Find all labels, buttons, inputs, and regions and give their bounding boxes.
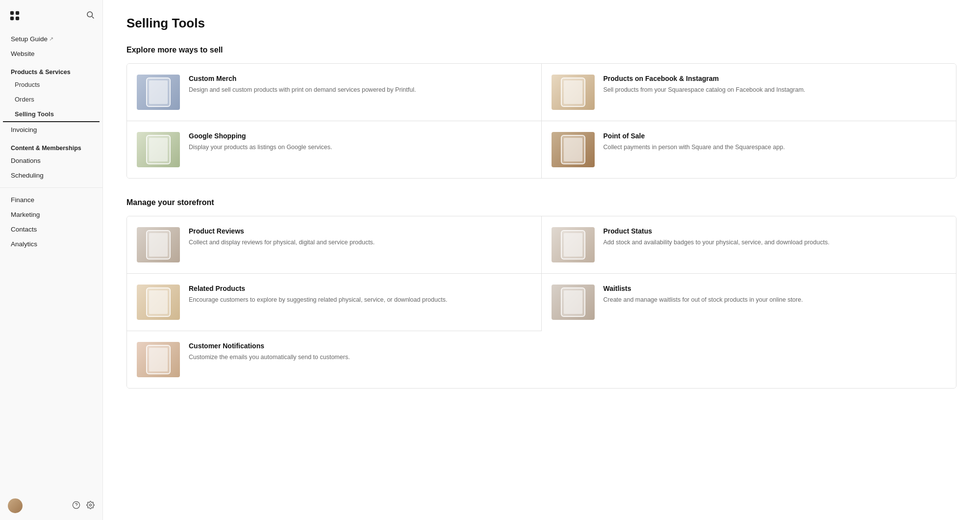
card-content-product-status: Product Status Add stock and availabilit… <box>603 227 947 247</box>
sidebar-item-selling-tools[interactable]: Selling Tools <box>3 107 100 122</box>
card-point-of-sale[interactable]: Point of Sale Collect payments in person… <box>542 121 956 178</box>
card-content-google-shopping: Google Shopping Display your products as… <box>189 132 531 152</box>
card-title-point-of-sale: Point of Sale <box>603 132 947 140</box>
card-content-fb-instagram: Products on Facebook & Instagram Sell pr… <box>603 75 947 95</box>
card-fb-instagram[interactable]: Products on Facebook & Instagram Sell pr… <box>542 64 956 121</box>
sidebar-item-products[interactable]: Products <box>3 78 100 92</box>
card-img-waitlists <box>552 285 595 320</box>
sidebar-item-website[interactable]: Website <box>3 47 100 61</box>
bottom-icons <box>72 501 95 511</box>
squarespace-logo[interactable] <box>8 9 22 23</box>
card-img-related-products <box>137 285 180 320</box>
card-google-shopping[interactable]: Google Shopping Display your products as… <box>127 121 542 178</box>
card-waitlists[interactable]: Waitlists Create and manage waitlists fo… <box>542 274 956 331</box>
sidebar-item-donations[interactable]: Donations <box>3 154 100 168</box>
sidebar-item-invoicing[interactable]: Invoicing <box>3 123 100 137</box>
card-product-status[interactable]: Product Status Add stock and availabilit… <box>542 216 956 274</box>
sidebar-item-marketing[interactable]: Marketing <box>3 208 100 222</box>
card-product-reviews[interactable]: Product Reviews Collect and display revi… <box>127 216 542 274</box>
card-title-product-reviews: Product Reviews <box>189 227 531 235</box>
card-content-point-of-sale: Point of Sale Collect payments in person… <box>603 132 947 152</box>
card-img-product-reviews <box>137 227 180 262</box>
avatar[interactable] <box>8 498 23 513</box>
svg-point-4 <box>87 12 93 17</box>
card-desc-waitlists: Create and manage waitlists for out of s… <box>603 295 947 305</box>
card-desc-fb-instagram: Sell products from your Squarespace cata… <box>603 85 947 95</box>
sidebar-item-setup-guide[interactable]: Setup Guide ↗ <box>3 32 100 46</box>
card-title-customer-notifications: Customer Notifications <box>189 342 946 350</box>
card-related-products[interactable]: Related Products Encourage customers to … <box>127 274 542 331</box>
help-icon[interactable] <box>72 501 80 511</box>
main-content: Selling Tools Explore more ways to sell … <box>103 0 980 520</box>
section-manage-title: Manage your storefront <box>126 198 956 207</box>
card-img-custom-merch <box>137 75 180 110</box>
sidebar-nav: Setup Guide ↗ Website Products & Service… <box>0 27 102 492</box>
svg-rect-2 <box>10 17 14 20</box>
sidebar-item-analytics[interactable]: Analytics <box>3 237 100 251</box>
card-content-product-reviews: Product Reviews Collect and display revi… <box>189 227 531 247</box>
sidebar-item-finance[interactable]: Finance <box>3 193 100 207</box>
card-desc-customer-notifications: Customize the emails you automatically s… <box>189 353 946 362</box>
card-title-related-products: Related Products <box>189 285 531 292</box>
svg-point-8 <box>89 504 91 506</box>
card-custom-merch[interactable]: Custom Merch Design and sell custom prod… <box>127 64 542 121</box>
card-content-custom-merch: Custom Merch Design and sell custom prod… <box>189 75 531 95</box>
nav-divider <box>0 187 102 188</box>
sidebar-item-content-memberships[interactable]: Content & Memberships <box>3 142 100 153</box>
card-desc-product-reviews: Collect and display reviews for physical… <box>189 238 531 247</box>
svg-rect-0 <box>10 11 14 15</box>
manage-cards-grid: Product Reviews Collect and display revi… <box>126 216 956 389</box>
svg-point-6 <box>73 501 79 508</box>
sidebar-top <box>0 0 102 27</box>
svg-rect-1 <box>16 11 19 15</box>
svg-line-5 <box>92 17 94 19</box>
card-title-fb-instagram: Products on Facebook & Instagram <box>603 75 947 82</box>
card-img-product-status <box>552 227 595 262</box>
card-desc-google-shopping: Display your products as listings on Goo… <box>189 143 531 152</box>
sidebar-item-orders[interactable]: Orders <box>3 92 100 106</box>
card-desc-custom-merch: Design and sell custom products with pri… <box>189 85 531 95</box>
card-title-waitlists: Waitlists <box>603 285 947 292</box>
sidebar-item-products-services[interactable]: Products & Services <box>3 66 100 77</box>
card-title-product-status: Product Status <box>603 227 947 235</box>
sidebar: Setup Guide ↗ Website Products & Service… <box>0 0 103 520</box>
search-icon[interactable] <box>86 10 95 21</box>
section-explore-title: Explore more ways to sell <box>126 46 956 54</box>
card-img-google-shopping <box>137 132 180 167</box>
card-customer-notifications[interactable]: Customer Notifications Customize the ema… <box>127 331 956 388</box>
card-title-custom-merch: Custom Merch <box>189 75 531 82</box>
page-title: Selling Tools <box>126 16 956 31</box>
external-link-icon: ↗ <box>49 36 53 42</box>
card-content-related-products: Related Products Encourage customers to … <box>189 285 531 305</box>
settings-icon[interactable] <box>86 501 95 511</box>
card-title-google-shopping: Google Shopping <box>189 132 531 140</box>
card-desc-point-of-sale: Collect payments in person with Square a… <box>603 143 947 152</box>
sidebar-bottom <box>0 492 102 520</box>
card-content-customer-notifications: Customer Notifications Customize the ema… <box>189 342 946 362</box>
sidebar-item-scheduling[interactable]: Scheduling <box>3 168 100 182</box>
card-img-fb-instagram <box>552 75 595 110</box>
card-img-customer-notifications <box>137 342 180 377</box>
card-desc-product-status: Add stock and availability badges to you… <box>603 238 947 247</box>
svg-rect-3 <box>16 17 19 20</box>
card-desc-related-products: Encourage customers to explore by sugges… <box>189 295 531 305</box>
card-img-point-of-sale <box>552 132 595 167</box>
explore-cards-grid: Custom Merch Design and sell custom prod… <box>126 63 956 179</box>
card-content-waitlists: Waitlists Create and manage waitlists fo… <box>603 285 947 305</box>
sidebar-item-contacts[interactable]: Contacts <box>3 222 100 236</box>
